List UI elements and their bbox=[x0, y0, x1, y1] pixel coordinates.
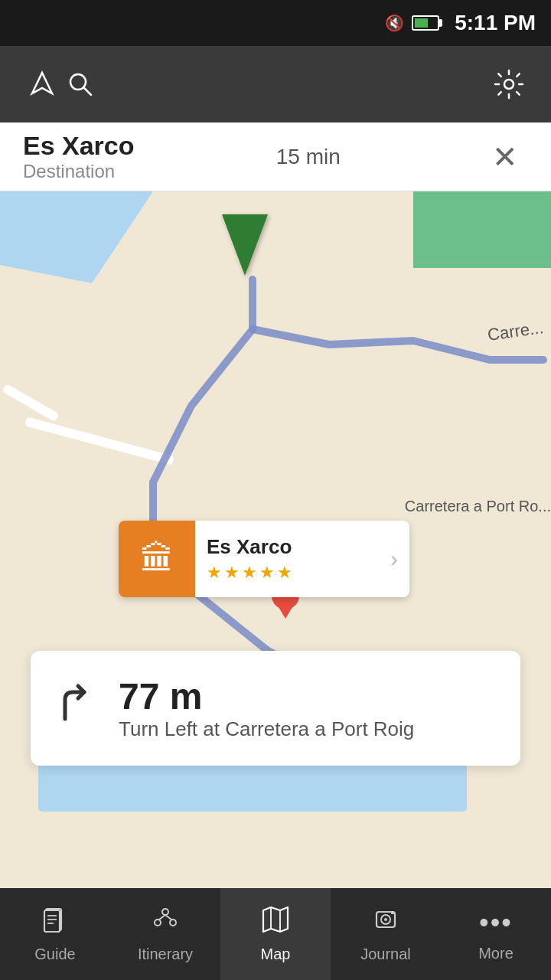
tab-guide[interactable]: Guide bbox=[0, 888, 110, 980]
nav-info: 77 m Turn Left at Carretera a Port Roig bbox=[119, 675, 497, 741]
map-label: Map bbox=[261, 946, 291, 963]
svg-marker-14 bbox=[263, 907, 288, 932]
poi-chevron-icon[interactable]: › bbox=[390, 546, 409, 572]
header-info: Es Xarco Destination 15 min ✕ bbox=[0, 122, 551, 191]
destination-label: Destination bbox=[23, 161, 135, 182]
svg-point-9 bbox=[162, 909, 168, 915]
itinerary-label: Itinerary bbox=[138, 946, 193, 963]
svg-point-1 bbox=[70, 74, 86, 90]
svg-point-3 bbox=[504, 80, 514, 89]
poi-info: Es Xarco ★★★★★ bbox=[195, 528, 390, 590]
mute-icon: 🔇 bbox=[385, 14, 404, 32]
tab-itinerary[interactable]: Itinerary bbox=[110, 888, 220, 980]
itinerary-icon bbox=[152, 906, 179, 939]
destination-name: Es Xarco bbox=[23, 131, 135, 161]
search-icon[interactable] bbox=[61, 65, 99, 103]
poi-name: Es Xarco bbox=[207, 535, 379, 559]
svg-point-10 bbox=[155, 920, 161, 926]
svg-rect-20 bbox=[391, 911, 394, 914]
location-icon[interactable] bbox=[23, 65, 61, 103]
guide-label: Guide bbox=[34, 946, 75, 963]
svg-line-2 bbox=[84, 88, 91, 95]
more-icon: ••• bbox=[479, 906, 513, 939]
journal-icon bbox=[372, 906, 399, 939]
nav-distance: 77 m bbox=[119, 675, 497, 717]
status-icons: 🔇 5:11 PM bbox=[385, 11, 536, 35]
header-left: Es Xarco Destination bbox=[23, 131, 135, 182]
svg-line-12 bbox=[159, 915, 165, 920]
more-label: More bbox=[478, 945, 514, 962]
nav-instruction-card: 77 m Turn Left at Carretera a Port Roig bbox=[31, 651, 520, 766]
tab-journal[interactable]: Journal bbox=[331, 888, 441, 980]
svg-point-11 bbox=[170, 920, 176, 926]
settings-icon[interactable] bbox=[490, 65, 528, 103]
poi-stars: ★★★★★ bbox=[207, 563, 379, 583]
nav-instruction: Turn Left at Carretera a Port Roig bbox=[119, 717, 497, 741]
poi-card[interactable]: 🏛 Es Xarco ★★★★★ › bbox=[119, 521, 409, 597]
tab-map[interactable]: Map bbox=[220, 888, 331, 980]
guide-icon bbox=[41, 906, 69, 939]
status-time: 5:11 PM bbox=[455, 11, 536, 35]
svg-rect-5 bbox=[44, 910, 60, 932]
svg-marker-0 bbox=[32, 73, 52, 93]
poi-icon-background: 🏛 bbox=[119, 521, 195, 597]
top-nav-bar bbox=[0, 46, 551, 122]
svg-point-19 bbox=[384, 918, 387, 921]
map-icon bbox=[262, 906, 289, 939]
battery-icon bbox=[412, 15, 439, 31]
close-button[interactable]: ✕ bbox=[482, 134, 528, 180]
map-pin bbox=[272, 596, 299, 619]
journal-label: Journal bbox=[360, 946, 411, 963]
svg-line-13 bbox=[165, 915, 171, 920]
direction-arrow bbox=[222, 214, 268, 276]
turn-left-icon bbox=[54, 681, 99, 737]
bottom-nav: Guide Itinerary Map bbox=[0, 888, 551, 980]
status-bar: 🔇 5:11 PM bbox=[0, 0, 551, 46]
battery-fill bbox=[415, 18, 428, 28]
map-area[interactable]: Carre... Carretera a Port Ro... 🏛 Es Xar… bbox=[0, 191, 551, 858]
poi-icon: 🏛 bbox=[140, 540, 174, 578]
tab-more[interactable]: ••• More bbox=[441, 888, 551, 980]
eta-display: 15 min bbox=[135, 145, 482, 169]
road-label-bottom: Carretera a Port Ro... bbox=[405, 498, 551, 515]
